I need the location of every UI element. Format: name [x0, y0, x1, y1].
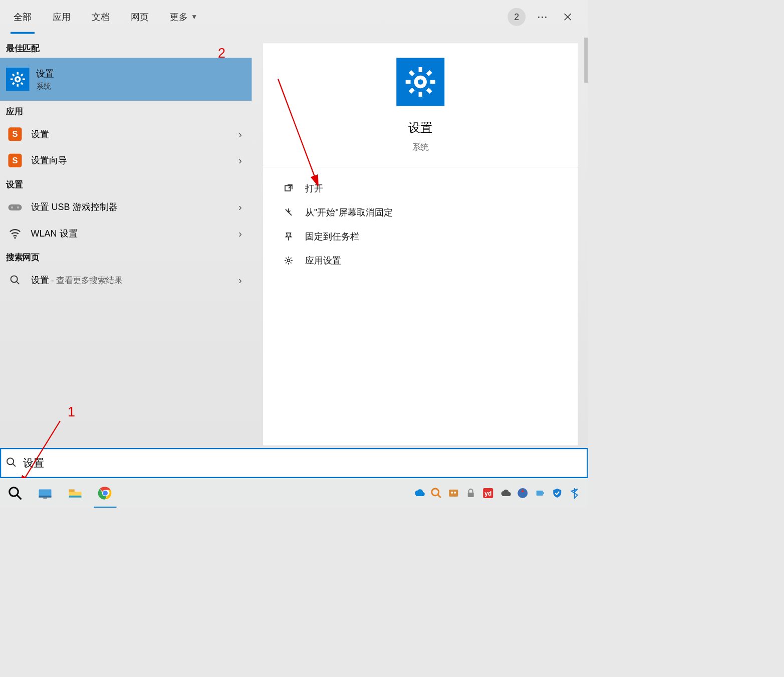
- youdao-icon[interactable]: yd: [482, 487, 494, 499]
- taskbar-taskview-button[interactable]: [30, 478, 60, 508]
- svg-rect-37: [69, 496, 82, 498]
- lock-icon[interactable]: [465, 487, 477, 499]
- svg-line-42: [438, 495, 441, 498]
- chrome-icon: [98, 486, 113, 501]
- onedrive-icon[interactable]: [413, 487, 425, 499]
- security-icon[interactable]: [551, 487, 563, 499]
- svg-point-31: [10, 487, 19, 496]
- svg-rect-46: [468, 493, 474, 497]
- svg-rect-36: [69, 489, 75, 492]
- svg-line-30: [21, 421, 60, 478]
- battery-icon[interactable]: [534, 487, 546, 499]
- annotation-arrow-2: [0, 0, 588, 478]
- taskbar-chrome-button[interactable]: [90, 478, 120, 508]
- taskbar-left: [0, 478, 120, 508]
- svg-line-29: [278, 79, 318, 184]
- windows-search-panel: 全部 应用 文档 网页 更多 ▼ 2 ⋯ 最佳匹配: [0, 0, 588, 478]
- taskbar: yd: [0, 478, 588, 508]
- bluetooth-icon[interactable]: [569, 487, 581, 499]
- svg-point-44: [451, 492, 453, 494]
- svg-rect-35: [43, 497, 47, 499]
- taskbar-search-button[interactable]: [0, 478, 30, 508]
- everything-icon[interactable]: [430, 487, 442, 499]
- svg-point-45: [454, 492, 456, 494]
- system-tray: yd: [413, 487, 588, 499]
- svg-text:yd: yd: [484, 490, 491, 497]
- svg-line-32: [17, 495, 22, 499]
- cloud-icon[interactable]: [499, 487, 511, 499]
- search-icon: [8, 486, 23, 501]
- tray-app-icon[interactable]: [447, 487, 459, 499]
- tray-app2-icon[interactable]: [516, 487, 529, 499]
- svg-rect-51: [543, 492, 544, 494]
- svg-rect-43: [449, 490, 458, 497]
- folder-icon: [68, 486, 83, 501]
- taskbar-explorer-button[interactable]: [60, 478, 90, 508]
- svg-rect-34: [39, 496, 52, 498]
- svg-point-41: [432, 489, 439, 496]
- svg-rect-50: [537, 491, 543, 496]
- taskview-icon: [38, 486, 53, 501]
